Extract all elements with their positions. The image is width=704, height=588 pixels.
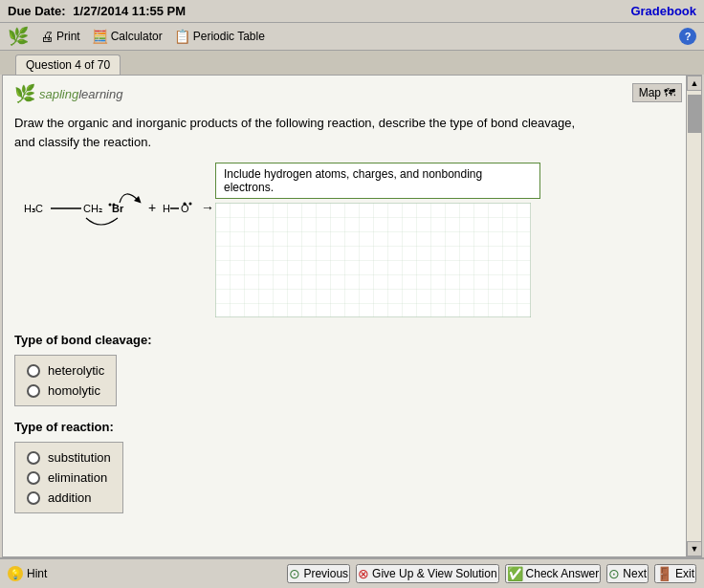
previous-button[interactable]: ⊙ Previous [287,564,350,583]
bottom-bar: 💡 Hint ⊙ Previous ⊗ Give Up & View Solut… [0,557,704,588]
hint-button[interactable]: 💡 Hint [8,566,47,581]
heterolytic-option[interactable]: heterolytic [27,363,104,378]
help-button[interactable]: ? [679,28,696,45]
next-button[interactable]: ⊙ Next [606,564,649,583]
content-area: Map 🗺 🌿 saplinglearning Draw the organic… [2,75,702,557]
scroll-thumb[interactable] [688,95,701,133]
check-answer-button[interactable]: ✅ Check Answer [505,564,602,583]
addition-option[interactable]: addition [27,490,111,505]
substitution-radio[interactable] [27,451,40,465]
check-icon: ✅ [507,566,523,581]
give-up-label: Give Up & View Solution [372,567,497,580]
exit-icon: 🚪 [656,566,672,581]
elimination-label: elimination [48,470,107,485]
grid-canvas[interactable] [215,203,531,317]
scroll-track [687,91,701,541]
due-date-label: Due Date: [8,4,66,18]
svg-rect-14 [215,203,531,317]
drawing-grid-svg [215,203,531,317]
exit-label: Exit [675,567,694,580]
elimination-option[interactable]: elimination [27,470,111,485]
print-label: Print [56,30,80,43]
molecule-area: H₃C CH₂ Br + H [14,163,206,317]
elimination-radio[interactable] [27,471,40,485]
tab-row: Question 4 of 70 [0,51,704,75]
homolytic-label: homolytic [48,383,100,398]
map-button[interactable]: Map 🗺 [632,83,682,102]
question-tab: Question 4 of 70 [15,54,121,75]
sapling-leaf-logo-icon: 🌿 [14,83,35,104]
bond-cleavage-group: heterolytic homolytic [14,355,117,406]
svg-point-11 [189,203,192,206]
drawing-section: H₃C CH₂ Br + H [14,163,690,317]
scroll-down-button[interactable]: ▼ [687,541,702,556]
svg-point-4 [109,204,112,207]
give-up-button[interactable]: ⊗ Give Up & View Solution [356,564,499,583]
previous-icon: ⊙ [289,566,300,581]
inner-content: Map 🗺 🌿 saplinglearning Draw the organic… [3,76,701,534]
periodic-table-label: Periodic Table [193,30,265,43]
addition-label: addition [48,490,92,505]
top-bar: Due Date: 1/27/2014 11:55 PM Gradebook [0,0,704,23]
svg-point-10 [184,203,187,206]
heterolytic-radio[interactable] [27,364,40,378]
svg-text:CH₂: CH₂ [83,203,102,214]
question-tab-label: Question 4 of 70 [26,58,110,72]
heterolytic-label: heterolytic [48,363,104,378]
svg-text:H: H [163,203,170,214]
svg-point-5 [113,204,116,207]
due-date-value: 1/27/2014 11:55 PM [73,4,186,18]
map-label: Map [639,86,661,99]
svg-text:+: + [148,200,156,215]
calculator-icon: 🧮 [92,29,108,44]
homolytic-radio[interactable] [27,384,40,398]
scroll-up-button[interactable]: ▲ [687,76,702,91]
sapling-brand: saplinglearning [39,87,122,101]
exit-button[interactable]: 🚪 Exit [654,564,696,583]
bond-cleavage-label: Type of bond cleavage: [14,333,690,347]
calculator-button[interactable]: 🧮 Calculator [92,29,163,44]
periodic-table-icon: 📋 [174,29,190,44]
sapling-logo: 🌿 saplinglearning [14,83,690,104]
next-label: Next [623,567,647,580]
hint-icon: 💡 [8,566,23,581]
next-icon: ⊙ [608,566,620,581]
periodic-table-button[interactable]: 📋 Periodic Table [174,29,265,44]
substitution-label: substitution [48,450,111,465]
question-text: Draw the organic and inorganic products … [14,114,588,151]
map-icon: 🗺 [664,86,675,99]
toolbar: 🌿 🖨 Print 🧮 Calculator 📋 Periodic Table … [0,23,704,51]
printer-icon: 🖨 [40,29,54,44]
hint-label: Hint [27,567,47,580]
reaction-type-group: substitution elimination addition [14,442,123,513]
due-date: Due Date: 1/27/2014 11:55 PM [8,4,186,18]
hint-box-text: Include hydrogen atoms, charges, and non… [224,167,482,194]
print-button[interactable]: 🖨 Print [40,29,80,44]
substitution-option[interactable]: substitution [27,450,111,465]
molecule-svg: H₃C CH₂ Br + H [14,163,206,249]
sapling-leaf-icon: 🌿 [8,26,29,47]
gradebook-link[interactable]: Gradebook [630,4,696,18]
svg-text:H₃C: H₃C [24,203,43,214]
reaction-type-label: Type of reaction: [14,420,690,434]
calculator-label: Calculator [111,30,163,43]
check-label: Check Answer [526,567,600,580]
homolytic-option[interactable]: homolytic [27,383,104,398]
svg-text:→: → [201,200,214,215]
hint-box: Include hydrogen atoms, charges, and non… [215,163,540,199]
give-up-icon: ⊗ [358,566,369,581]
drawing-panel: Include hydrogen atoms, charges, and non… [215,163,540,317]
scrollbar: ▲ ▼ [686,76,701,556]
addition-radio[interactable] [27,491,40,505]
previous-label: Previous [303,567,348,580]
